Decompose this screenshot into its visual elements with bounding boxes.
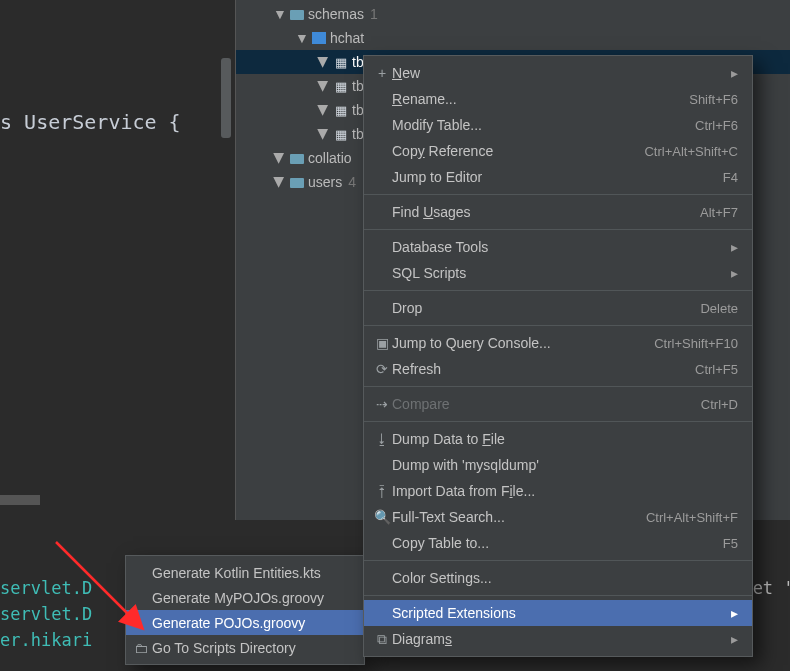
menu-copy-reference[interactable]: Copy Reference Ctrl+Alt+Shift+C (364, 138, 752, 164)
menu-shortcut: Ctrl+Shift+F10 (654, 336, 738, 351)
menu-label: Copy Table to... (392, 535, 723, 551)
menu-shortcut: Ctrl+Alt+Shift+F (646, 510, 738, 525)
menu-shortcut: Shift+F6 (689, 92, 738, 107)
chevron-right-icon[interactable]: ▶ (316, 126, 332, 142)
menu-divider (364, 229, 752, 230)
folder-icon (290, 178, 304, 188)
menu-label: Copy Reference (392, 143, 644, 159)
menu-label: Go To Scripts Directory (152, 640, 296, 656)
plus-icon: + (372, 65, 392, 81)
menu-drop[interactable]: Drop Delete (364, 295, 752, 321)
menu-rename[interactable]: Rename... Shift+F6 (364, 86, 752, 112)
menu-divider (364, 194, 752, 195)
chevron-down-icon[interactable]: ▼ (272, 6, 288, 22)
menu-diagrams[interactable]: ⧉ Diagrams ▸ (364, 626, 752, 652)
menu-generate-kotlin-entities[interactable]: Generate Kotlin Entities.kts (126, 560, 364, 585)
menu-find-usages[interactable]: Find Usages Alt+F7 (364, 199, 752, 225)
menu-scripted-extensions[interactable]: Scripted Extensions ▸ (364, 600, 752, 626)
table-icon: ▦ (332, 127, 350, 142)
tree-node-hchat[interactable]: ▼ hchat (236, 26, 790, 50)
menu-divider (364, 386, 752, 387)
menu-generate-pojos[interactable]: Generate POJOs.groovy (126, 610, 364, 635)
menu-divider (364, 560, 752, 561)
search-icon: 🔍 (372, 509, 392, 525)
menu-generate-mypojos[interactable]: Generate MyPOJOs.groovy (126, 585, 364, 610)
menu-label: Dump Data to File (392, 431, 738, 447)
scrollbar-thumb[interactable] (221, 58, 231, 138)
menu-label: Find Usages (392, 204, 700, 220)
chevron-right-icon[interactable]: ▶ (272, 174, 288, 190)
menu-label: Refresh (392, 361, 695, 377)
chevron-right-icon[interactable]: ▶ (316, 102, 332, 118)
menu-import-from-file[interactable]: ⭱ Import Data from File... (364, 478, 752, 504)
menu-sql-scripts[interactable]: SQL Scripts ▸ (364, 260, 752, 286)
menu-label: Modify Table... (392, 117, 695, 133)
tree-label: tb (352, 102, 364, 118)
menu-new[interactable]: + New ▸ (364, 60, 752, 86)
menu-label: Scripted Extensions (392, 605, 731, 621)
chevron-right-icon[interactable]: ▶ (272, 150, 288, 166)
table-icon: ▦ (332, 103, 350, 118)
table-icon: ▦ (332, 55, 350, 70)
submenu-arrow-icon: ▸ (731, 631, 738, 647)
upload-icon: ⭱ (372, 483, 392, 499)
menu-divider (364, 595, 752, 596)
tree-label: tb (352, 126, 364, 142)
menu-copy-table-to[interactable]: Copy Table to... F5 (364, 530, 752, 556)
tree-label: users (308, 174, 342, 190)
download-icon: ⭳ (372, 431, 392, 447)
chevron-right-icon[interactable]: ▶ (316, 78, 332, 94)
menu-shortcut: Ctrl+F6 (695, 118, 738, 133)
menu-divider (364, 421, 752, 422)
menu-full-text-search[interactable]: 🔍 Full-Text Search... Ctrl+Alt+Shift+F (364, 504, 752, 530)
code-fragment: s UserService { (0, 110, 181, 134)
menu-label: Color Settings... (392, 570, 738, 586)
table-icon: ▦ (332, 79, 350, 94)
menu-compare: ⇢ Compare Ctrl+D (364, 391, 752, 417)
chevron-right-icon[interactable]: ▶ (316, 54, 332, 70)
chevron-down-icon[interactable]: ▼ (294, 30, 310, 46)
menu-label: Jump to Query Console... (392, 335, 654, 351)
folder-icon (290, 10, 304, 20)
menu-label: Generate POJOs.groovy (152, 615, 305, 631)
tree-count: 1 (370, 6, 378, 22)
split-handle[interactable] (0, 495, 40, 505)
menu-divider (364, 325, 752, 326)
submenu-arrow-icon: ▸ (731, 65, 738, 81)
menu-dump-mysqldump[interactable]: Dump with 'mysqldump' (364, 452, 752, 478)
menu-modify-table[interactable]: Modify Table... Ctrl+F6 (364, 112, 752, 138)
menu-shortcut: Delete (700, 301, 738, 316)
table-context-menu: + New ▸ Rename... Shift+F6 Modify Table.… (363, 55, 753, 657)
refresh-icon: ⟳ (372, 361, 392, 377)
menu-jump-to-query-console[interactable]: ▣ Jump to Query Console... Ctrl+Shift+F1… (364, 330, 752, 356)
menu-shortcut: Ctrl+Alt+Shift+C (644, 144, 738, 159)
menu-shortcut: F4 (723, 170, 738, 185)
menu-label: New (392, 65, 731, 81)
menu-label: Generate MyPOJOs.groovy (152, 590, 324, 606)
folder-icon: 🗀 (134, 640, 152, 656)
menu-label: Dump with 'mysqldump' (392, 457, 738, 473)
menu-label: Diagrams (392, 631, 731, 647)
menu-label: Jump to Editor (392, 169, 723, 185)
menu-label: SQL Scripts (392, 265, 731, 281)
scripted-extensions-submenu: Generate Kotlin Entities.kts Generate My… (125, 555, 365, 665)
menu-dump-to-file[interactable]: ⭳ Dump Data to File (364, 426, 752, 452)
menu-shortcut: Alt+F7 (700, 205, 738, 220)
menu-label: Full-Text Search... (392, 509, 646, 525)
folder-icon (290, 154, 304, 164)
menu-shortcut: F5 (723, 536, 738, 551)
menu-label: Generate Kotlin Entities.kts (152, 565, 321, 581)
menu-jump-to-editor[interactable]: Jump to Editor F4 (364, 164, 752, 190)
menu-label: Rename... (392, 91, 689, 107)
menu-refresh[interactable]: ⟳ Refresh Ctrl+F5 (364, 356, 752, 382)
menu-label: Compare (392, 396, 701, 412)
compare-icon: ⇢ (372, 396, 392, 412)
tree-label: schemas (308, 6, 364, 22)
code-editor[interactable]: s UserService { (0, 0, 235, 520)
menu-database-tools[interactable]: Database Tools ▸ (364, 234, 752, 260)
menu-label: Database Tools (392, 239, 731, 255)
menu-color-settings[interactable]: Color Settings... (364, 565, 752, 591)
menu-go-to-scripts-dir[interactable]: 🗀 Go To Scripts Directory (126, 635, 364, 660)
menu-shortcut: Ctrl+F5 (695, 362, 738, 377)
tree-node-schemas[interactable]: ▼ schemas 1 (236, 2, 790, 26)
